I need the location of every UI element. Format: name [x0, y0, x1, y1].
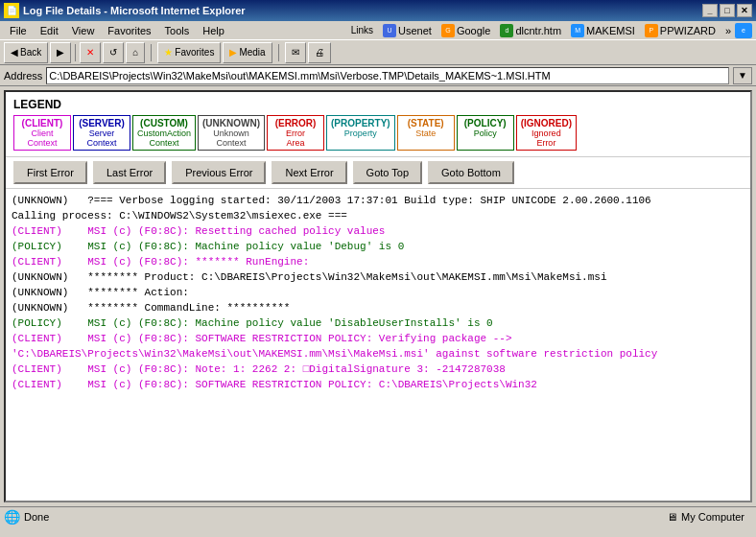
- log-line: (UNKNOWN) ******** Product: C:\DBAREIS\P…: [12, 269, 744, 285]
- menu-edit[interactable]: Edit: [35, 23, 64, 38]
- log-line: (POLICY) MSI (c) (F0:8C): Machine policy…: [12, 315, 744, 331]
- log-line: (CLIENT) MSI (c) (F0:8C): Note: 1: 2262 …: [12, 362, 744, 377]
- status-globe-icon: 🌐: [4, 509, 20, 525]
- media-button[interactable]: ▶ Media: [223, 42, 272, 63]
- legend-property: (PROPERTY) Property: [326, 115, 395, 151]
- log-line: (UNKNOWN) ?=== Verbose logging started: …: [12, 193, 744, 208]
- title-bar-controls: _ □ ✕: [702, 4, 752, 17]
- legend-client: (CLIENT) Client Context: [13, 115, 71, 151]
- address-label: Address: [4, 70, 42, 82]
- menu-favorites[interactable]: Favorites: [102, 23, 156, 38]
- computer-label: My Computer: [681, 511, 744, 523]
- previous-error-button[interactable]: Previous Error: [172, 161, 266, 184]
- home-button[interactable]: ⌂: [126, 42, 145, 63]
- menu-tools[interactable]: Tools: [159, 23, 196, 38]
- toolbar-separator-2: [151, 44, 152, 61]
- window-icon: 📄: [4, 3, 19, 18]
- log-line: (POLICY) MSI (c) (F0:8C): Machine policy…: [12, 239, 744, 254]
- log-line: 'C:\DBAREIS\Projects\Win32\MakeMsi\out\M…: [12, 346, 744, 362]
- log-line: (CLIENT) MSI (c) (F0:8C): Resetting cach…: [12, 223, 744, 239]
- toolbar-separator-1: [75, 44, 76, 61]
- status-computer: 🖥 My Computer: [659, 511, 752, 523]
- last-error-button[interactable]: Last Error: [93, 161, 166, 184]
- refresh-icon: ↺: [109, 47, 117, 58]
- log-content[interactable]: (UNKNOWN) ?=== Verbose logging started: …: [6, 189, 750, 501]
- legend-state: (STATE) State: [397, 115, 455, 151]
- menu-view[interactable]: View: [66, 23, 101, 38]
- menu-help[interactable]: Help: [197, 23, 230, 38]
- media-icon: ▶: [229, 47, 237, 58]
- print-icon: 🖨: [315, 47, 324, 58]
- legend-custom: (CUSTOM) CustomAction Context: [132, 115, 196, 151]
- link-usenet[interactable]: U Usenet: [379, 23, 436, 38]
- status-done-label: Done: [24, 511, 49, 523]
- address-bar: Address ▼: [0, 65, 756, 86]
- home-icon: ⌂: [132, 47, 138, 58]
- legend-ignored: (IGNORED) Ignored Error: [516, 115, 577, 151]
- ie-icon: e: [735, 23, 752, 38]
- favorites-icon: ★: [164, 47, 173, 58]
- computer-icon: 🖥: [667, 511, 677, 523]
- log-line: (UNKNOWN) ******** Action:: [12, 285, 744, 300]
- maximize-button[interactable]: □: [720, 4, 735, 17]
- legend-server: (SERVER) Server Context: [73, 115, 130, 151]
- dlcntr-icon: d: [500, 24, 513, 37]
- link-makemsi[interactable]: M MAKEMSI: [567, 23, 639, 38]
- ppwizard-icon: P: [645, 24, 658, 37]
- menu-file[interactable]: File: [4, 23, 33, 38]
- favorites-button[interactable]: ★ Favorites: [157, 42, 221, 63]
- menu-bar: File Edit View Favorites Tools Help Link…: [0, 21, 756, 40]
- link-ppwizard[interactable]: P PPWIZARD: [641, 23, 720, 38]
- legend-error: (ERROR) Error Area: [267, 115, 324, 151]
- status-done: 🌐 Done: [4, 509, 659, 525]
- log-line: (CLIENT) MSI (c) (F0:8C): SOFTWARE RESTR…: [12, 377, 744, 392]
- refresh-button[interactable]: ↺: [103, 42, 124, 63]
- log-line: (CLIENT) MSI (c) (F0:8C): SOFTWARE RESTR…: [12, 331, 744, 346]
- first-error-button[interactable]: First Error: [13, 161, 87, 184]
- log-line: (CLIENT) MSI (c) (F0:8C): ******* RunEng…: [12, 254, 744, 269]
- link-dlcntr[interactable]: d dlcntr.htm: [496, 23, 565, 38]
- makemsi-icon: M: [571, 24, 584, 37]
- link-google[interactable]: G Google: [437, 23, 494, 38]
- usenet-icon: U: [383, 24, 396, 37]
- address-input[interactable]: [46, 67, 729, 84]
- forward-icon: ▶: [57, 47, 64, 58]
- title-bar: 📄 Log File Details - Microsoft Internet …: [0, 0, 756, 21]
- print-button[interactable]: 🖨: [308, 42, 331, 63]
- address-go-button[interactable]: ▼: [733, 67, 752, 84]
- stop-icon: ✕: [86, 47, 94, 58]
- toolbar: ◀ ◀ Back Back ▶ ✕ ↺ ⌂ ★ Favorites ▶ Medi…: [0, 40, 756, 65]
- links-label: Links: [351, 25, 373, 35]
- goto-top-button[interactable]: Goto Top: [353, 161, 422, 184]
- legend-section: LEGEND (CLIENT) Client Context (SERVER) …: [6, 92, 750, 157]
- legend-policy: (POLICY) Policy: [457, 115, 514, 151]
- status-bar: 🌐 Done 🖥 My Computer: [0, 506, 756, 525]
- stop-button[interactable]: ✕: [80, 42, 101, 63]
- minimize-button[interactable]: _: [702, 4, 718, 17]
- back-icon: ◀: [11, 47, 18, 58]
- mail-icon: ✉: [292, 47, 299, 58]
- goto-bottom-button[interactable]: Goto Bottom: [428, 161, 514, 184]
- legend-unknown: (UNKNOWN) Unknown Context: [198, 115, 265, 151]
- toolbar-separator-3: [278, 44, 279, 61]
- legend-title: LEGEND: [13, 98, 743, 111]
- log-line: Calling process: C:\WINDOWS2\System32\ms…: [12, 208, 744, 223]
- title-bar-left: 📄 Log File Details - Microsoft Internet …: [4, 3, 246, 18]
- nav-buttons: First Error Last Error Previous Error Ne…: [6, 157, 750, 189]
- next-error-button[interactable]: Next Error: [272, 161, 346, 184]
- back-button[interactable]: ◀ ◀ Back Back: [4, 42, 48, 63]
- window-title: Log File Details - Microsoft Internet Ex…: [23, 5, 246, 16]
- legend-items: (CLIENT) Client Context (SERVER) Server …: [13, 115, 743, 151]
- log-line: (UNKNOWN) ******** CommandLine: ********…: [12, 300, 744, 315]
- close-button[interactable]: ✕: [737, 4, 752, 17]
- forward-button[interactable]: ▶: [50, 42, 71, 63]
- google-icon: G: [441, 24, 455, 37]
- mail-button[interactable]: ✉: [285, 42, 306, 63]
- main-content: LEGEND (CLIENT) Client Context (SERVER) …: [4, 90, 752, 502]
